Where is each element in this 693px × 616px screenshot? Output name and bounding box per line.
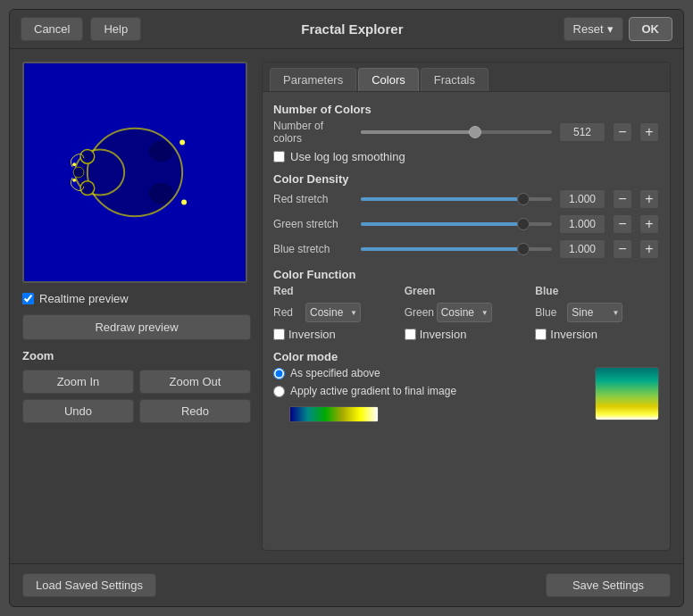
red-stretch-value[interactable] <box>559 189 605 209</box>
green-stretch-value[interactable] <box>559 214 605 234</box>
red-stretch-row: Red stretch − + <box>273 189 659 209</box>
blue-column: Blue Blue Sine Cosine Linear <box>535 285 659 341</box>
blue-col-header: Blue <box>535 285 659 297</box>
num-colors-value[interactable] <box>559 122 605 142</box>
green-func-select[interactable]: Cosine Sine Linear <box>437 303 492 322</box>
mode-gradient[interactable]: Apply active gradient to final image <box>273 385 586 397</box>
color-mode-options: As specified above Apply active gradient… <box>273 367 586 422</box>
green-func-row: Green Cosine Sine Linear <box>405 303 529 322</box>
tab-parameters[interactable]: Parameters <box>270 68 356 91</box>
realtime-label: Realtime preview <box>39 292 129 305</box>
blue-stretch-row: Blue stretch − + <box>273 239 659 259</box>
green-stretch-slider[interactable] <box>361 222 552 226</box>
smoothing-checkbox[interactable] <box>273 151 285 162</box>
mode-gradient-label: Apply active gradient to final image <box>290 385 456 397</box>
red-col-header: Red <box>273 285 397 297</box>
chevron-down-icon: ▾ <box>607 22 614 36</box>
green-col-header: Green <box>405 285 529 297</box>
panel-content: Number of Colors Number of colors − + <box>263 92 670 550</box>
ok-button[interactable]: OK <box>629 17 673 41</box>
num-colors-row: Number of colors − + <box>273 120 659 145</box>
gradient-strip-preview <box>289 406 379 422</box>
help-button[interactable]: Help <box>90 17 141 41</box>
right-panel: Parameters Colors Fractals Number of Col… <box>262 62 671 551</box>
blue-func-label: Blue <box>535 306 564 319</box>
green-inversion-checkbox[interactable] <box>405 329 416 340</box>
dialog: Cancel Help Fractal Explorer Reset ▾ OK <box>9 9 684 607</box>
green-stretch-label: Green stretch <box>273 218 354 230</box>
mode-as-specified-label: As specified above <box>290 367 380 379</box>
realtime-preview-checkbox[interactable]: Realtime preview <box>22 292 251 305</box>
undo-button[interactable]: Undo <box>22 399 134 423</box>
color-mode-section: Color mode As specified above Apply acti… <box>273 350 659 422</box>
bottom-bar: Load Saved Settings Save Settings <box>10 563 683 606</box>
zoom-out-button[interactable]: Zoom Out <box>139 370 251 394</box>
svg-point-14 <box>181 200 187 205</box>
num-colors-minus[interactable]: − <box>613 122 632 142</box>
num-colors-slider[interactable] <box>361 130 552 134</box>
titlebar-left: Cancel Help <box>21 17 141 41</box>
blue-inversion-checkbox[interactable] <box>535 329 547 340</box>
svg-point-13 <box>180 140 185 146</box>
green-stretch-row: Green stretch − + <box>273 214 659 234</box>
num-colors-label: Number of colors <box>273 120 354 145</box>
titlebar: Cancel Help Fractal Explorer Reset ▾ OK <box>10 10 683 49</box>
green-column: Green Green Cosine Sine Linear <box>405 285 529 341</box>
zoom-buttons: Zoom In Zoom Out Undo Redo <box>22 370 251 423</box>
num-colors-plus[interactable]: + <box>639 122 659 142</box>
blue-stretch-slider[interactable] <box>361 247 552 251</box>
save-settings-button[interactable]: Save Settings <box>546 573 671 597</box>
green-inversion-row: Inversion <box>405 328 529 341</box>
green-stretch-minus[interactable]: − <box>613 214 632 234</box>
red-column: Red Red Cosine Sine Linear <box>273 285 397 341</box>
zoom-label: Zoom <box>22 349 251 362</box>
gradient-preview-box <box>595 367 659 420</box>
green-func-label: Green <box>405 306 433 319</box>
color-mode-title: Color mode <box>273 350 659 363</box>
red-stretch-slider[interactable] <box>361 197 552 201</box>
blue-func-select[interactable]: Sine Cosine Linear <box>567 303 622 322</box>
mode-gradient-radio[interactable] <box>273 386 285 397</box>
red-func-select[interactable]: Cosine Sine Linear <box>305 303 361 322</box>
titlebar-right: Reset ▾ OK <box>564 17 672 41</box>
gradient-preview-container <box>595 367 659 420</box>
green-stretch-plus[interactable]: + <box>639 214 659 234</box>
blue-func-row: Blue Sine Cosine Linear <box>535 303 659 322</box>
red-inversion-row: Inversion <box>273 328 397 341</box>
red-func-row: Red Cosine Sine Linear <box>273 303 397 322</box>
cancel-button[interactable]: Cancel <box>21 17 83 41</box>
zoom-section: Zoom Zoom In Zoom Out Undo Redo <box>22 349 251 423</box>
color-density-section: Color Density Red stretch − + <box>273 172 659 259</box>
tabs: Parameters Colors Fractals <box>263 62 670 92</box>
left-panel: Realtime preview Redraw preview Zoom Zoo… <box>22 62 251 551</box>
red-stretch-label: Red stretch <box>273 193 354 205</box>
redraw-button[interactable]: Redraw preview <box>22 314 251 340</box>
tab-fractals[interactable]: Fractals <box>421 68 488 91</box>
zoom-in-button[interactable]: Zoom In <box>22 370 134 394</box>
mode-as-specified-radio[interactable] <box>273 368 285 379</box>
redo-button[interactable]: Redo <box>139 399 251 423</box>
reset-button[interactable]: Reset ▾ <box>564 17 623 41</box>
color-density-title: Color Density <box>273 172 659 186</box>
svg-point-15 <box>72 162 76 166</box>
red-inversion-label: Inversion <box>288 328 336 341</box>
load-settings-button[interactable]: Load Saved Settings <box>22 573 156 597</box>
color-mode-area: As specified above Apply active gradient… <box>273 367 659 422</box>
mode-as-specified[interactable]: As specified above <box>273 367 586 379</box>
blue-stretch-minus[interactable]: − <box>613 239 632 259</box>
blue-inversion-row: Inversion <box>535 328 659 341</box>
smoothing-label: Use log log smoothing <box>290 150 405 163</box>
red-stretch-plus[interactable]: + <box>639 189 659 209</box>
color-function-section: Color Function Red Red Cosine Sine <box>273 268 659 341</box>
red-inversion-checkbox[interactable] <box>273 329 285 340</box>
blue-stretch-plus[interactable]: + <box>639 239 659 259</box>
dialog-title: Fractal Explorer <box>301 21 403 37</box>
tab-colors[interactable]: Colors <box>358 68 419 91</box>
red-func-label: Red <box>273 306 302 319</box>
realtime-checkbox-input[interactable] <box>22 293 34 304</box>
red-stretch-minus[interactable]: − <box>613 189 632 209</box>
smoothing-row: Use log log smoothing <box>273 150 659 163</box>
num-colors-title: Number of Colors <box>273 103 659 116</box>
reset-label: Reset <box>573 22 604 36</box>
blue-stretch-value[interactable] <box>559 239 605 259</box>
